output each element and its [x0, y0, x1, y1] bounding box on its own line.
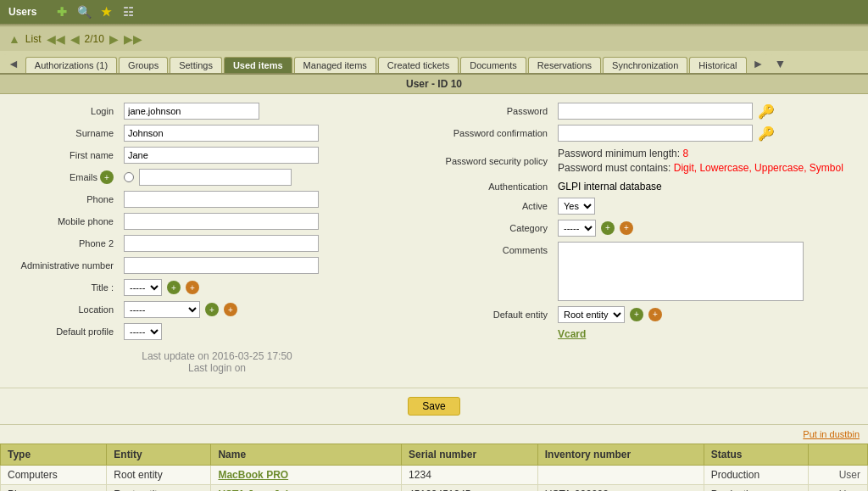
- location-select[interactable]: -----: [124, 301, 200, 318]
- grid-icon[interactable]: ☷: [120, 3, 136, 20]
- form-area: Login Surname First name Emails + Phone …: [0, 94, 868, 388]
- password-hint-length: Password minimum length: 8: [558, 147, 843, 161]
- table-row: Computers Root entity MacBook PRO 1234 P…: [1, 466, 868, 485]
- firstname-label: First name: [8, 150, 119, 160]
- form-footer: Last update on 2016-03-25 17:50 Last log…: [8, 345, 426, 379]
- title-select[interactable]: -----: [124, 279, 162, 296]
- default-profile-row: Default profile -----: [8, 323, 426, 340]
- emails-label: Emails +: [8, 170, 119, 184]
- surname-input[interactable]: [124, 125, 319, 142]
- category-select[interactable]: -----: [558, 220, 596, 237]
- nav-arrow-icon[interactable]: ▲: [8, 32, 20, 46]
- nav-next-icon[interactable]: ▶: [109, 32, 119, 46]
- dustbin-row: Put in dustbin: [0, 424, 868, 444]
- email-input[interactable]: [139, 169, 292, 186]
- star-icon[interactable]: ★: [97, 3, 114, 20]
- entity-edit-icon[interactable]: +: [648, 308, 662, 321]
- phone2-row: Phone 2: [8, 235, 426, 252]
- entity-add-icon[interactable]: +: [630, 308, 643, 321]
- vcard-row: Vcard: [442, 328, 860, 340]
- cell-name[interactable]: MacBook PRO: [211, 466, 402, 485]
- nav-last-icon[interactable]: ▶▶: [124, 32, 142, 46]
- tabs-bar: ◄ Authorizations (1) Groups Settings Use…: [0, 51, 868, 75]
- password-min-length: 8: [682, 148, 688, 159]
- location-add-icon[interactable]: +: [205, 303, 219, 316]
- tab-reservations[interactable]: Reservations: [528, 57, 601, 73]
- password-policy-row: Password security policy Password minimu…: [442, 147, 860, 176]
- email-radio[interactable]: [124, 172, 134, 182]
- title-add-icon[interactable]: +: [167, 281, 181, 294]
- nav-prev-icon[interactable]: ◀: [70, 32, 80, 46]
- table-row: Phones Root entity USTA Jane Johnson 451…: [1, 485, 868, 492]
- last-update: Last update on 2016-03-25 17:50: [14, 350, 420, 362]
- tab-groups[interactable]: Groups: [119, 57, 168, 73]
- password-hint-contains: Password must contains: Digit, Lowercase…: [558, 161, 843, 176]
- put-in-dustbin-link[interactable]: Put in dustbin: [803, 429, 860, 439]
- authentication-label: Authentication: [442, 181, 553, 192]
- list-label: List: [25, 33, 42, 45]
- tab-created-tickets[interactable]: Created tickets: [378, 57, 459, 73]
- cell-serial: 45123451345: [402, 485, 538, 492]
- admin-number-input[interactable]: [124, 257, 319, 274]
- password-row: Password 🔑: [442, 103, 860, 120]
- default-entity-label: Default entity: [442, 310, 553, 320]
- tab-managed-items[interactable]: Managed items: [294, 57, 376, 73]
- cell-entity: Root entity: [107, 485, 211, 492]
- col-serial: Serial number: [402, 444, 538, 466]
- default-profile-select[interactable]: -----: [124, 323, 162, 340]
- tab-down-arrow[interactable]: ▼: [770, 54, 790, 73]
- col-role: [808, 444, 867, 466]
- top-bar: Users ✚ 🔍 ★ ☷: [0, 0, 868, 24]
- password-confirm-key-icon: 🔑: [758, 126, 775, 142]
- tab-documents[interactable]: Documents: [460, 57, 526, 73]
- add-icon[interactable]: ✚: [53, 3, 70, 20]
- comments-textarea[interactable]: [558, 242, 804, 301]
- password-confirm-input[interactable]: [558, 125, 753, 142]
- category-edit-icon[interactable]: +: [620, 221, 633, 235]
- items-table: Type Entity Name Serial number Inventory…: [0, 444, 868, 491]
- tab-left-arrow[interactable]: ◄: [3, 54, 24, 73]
- tab-historical[interactable]: Historical: [689, 57, 746, 73]
- default-entity-select[interactable]: Root entity: [558, 306, 625, 323]
- nav-first-icon[interactable]: ◀◀: [47, 32, 65, 46]
- tab-right-arrow[interactable]: ►: [748, 54, 769, 73]
- tab-settings[interactable]: Settings: [170, 57, 222, 73]
- cell-type: Phones: [1, 485, 107, 492]
- emails-row: Emails +: [8, 169, 426, 186]
- location-label: Location: [8, 304, 119, 315]
- category-add-icon[interactable]: +: [601, 221, 615, 235]
- form-title: User - ID 10: [0, 75, 868, 94]
- tab-synchronization[interactable]: Synchronization: [603, 57, 687, 73]
- table-header-row: Type Entity Name Serial number Inventory…: [1, 444, 868, 466]
- item-link[interactable]: MacBook PRO: [218, 469, 288, 481]
- password-confirm-row: Password confirmation 🔑: [442, 125, 860, 142]
- cell-role: User: [808, 485, 867, 492]
- cell-name[interactable]: USTA Jane Johnson: [211, 485, 402, 492]
- phone2-label: Phone 2: [8, 238, 119, 248]
- login-input[interactable]: [124, 103, 259, 120]
- comments-label: Comments: [442, 242, 553, 255]
- surname-label: Surname: [8, 128, 119, 138]
- phone2-input[interactable]: [124, 235, 319, 252]
- col-type: Type: [1, 444, 107, 466]
- category-row: Category ----- + +: [442, 220, 860, 237]
- firstname-row: First name: [8, 147, 426, 164]
- search-icon[interactable]: 🔍: [75, 3, 92, 20]
- mobile-input[interactable]: [124, 213, 319, 230]
- tab-authorizations[interactable]: Authorizations (1): [25, 57, 117, 73]
- firstname-input[interactable]: [124, 147, 319, 164]
- password-input[interactable]: [558, 103, 753, 120]
- subheader: ▲ List ◀◀ ◀ 2/10 ▶ ▶▶: [0, 27, 868, 51]
- surname-row: Surname: [8, 125, 426, 142]
- vcard-link[interactable]: Vcard: [558, 328, 586, 340]
- title-label: Title :: [8, 282, 119, 293]
- tab-used-items[interactable]: Used items: [224, 57, 292, 73]
- phone-input[interactable]: [124, 191, 319, 208]
- add-email-icon[interactable]: +: [100, 170, 114, 184]
- location-edit-icon[interactable]: +: [224, 303, 237, 316]
- password-label: Password: [442, 106, 553, 116]
- active-select[interactable]: Yes No: [558, 198, 595, 215]
- title-edit-icon[interactable]: +: [186, 281, 199, 294]
- page-title: Users: [8, 6, 36, 18]
- save-button[interactable]: Save: [408, 397, 459, 416]
